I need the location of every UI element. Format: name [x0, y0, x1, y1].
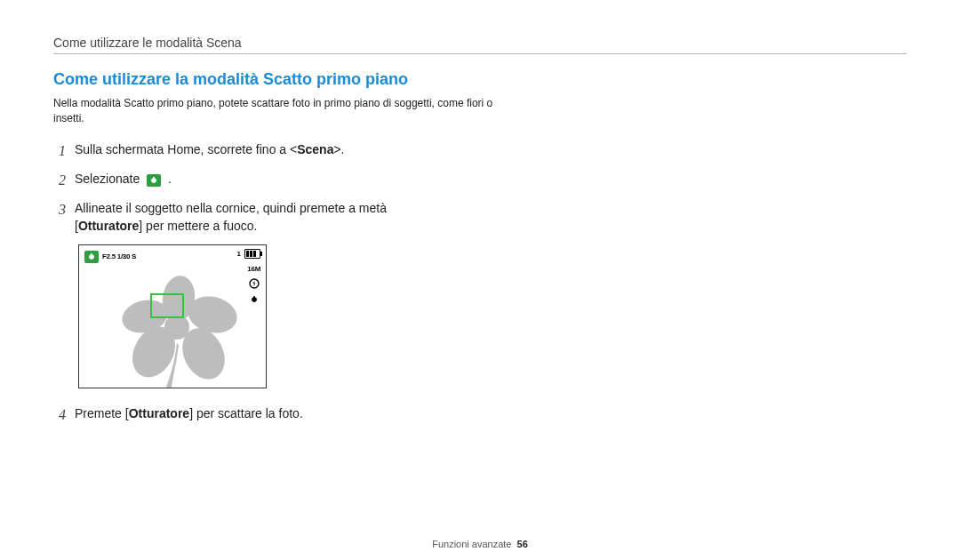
step-1: 1 Sulla schermata Home, scorrete fino a …: [53, 140, 604, 161]
step-number: 3: [53, 199, 66, 220]
step-number: 1: [53, 140, 66, 161]
page-footer: Funzioni avanzate 56: [0, 539, 960, 549]
step-2-text: Selezionate .: [75, 170, 172, 188]
steps-list-continued: 4 Premete [Otturatore] per scattare la f…: [53, 404, 604, 425]
battery-icon: [244, 249, 260, 259]
step-number: 4: [53, 404, 66, 425]
step-3: 3 Allineate il soggetto nella cornice, q…: [53, 199, 604, 236]
steps-list: 1 Sulla schermata Home, scorrete fino a …: [53, 140, 604, 236]
step-4-text: Premete [Otturatore] per scattare la fot…: [75, 404, 303, 422]
exposure-info: F2.5 1/30 S: [102, 252, 136, 260]
svg-point-6: [164, 315, 189, 340]
flower-subject: [115, 272, 239, 388]
page-number: 56: [517, 539, 528, 549]
step-number: 2: [53, 170, 66, 190]
step-3-text: Allineate il soggetto nella cornice, qui…: [75, 199, 387, 236]
footer-label: Funzioni avanzate: [432, 539, 511, 549]
shot-count: 1: [237, 250, 241, 258]
camera-preview: F2.5 1/30 S 1 16M: [78, 244, 267, 388]
divider: [53, 53, 907, 54]
flash-icon: [249, 278, 260, 289]
step-2: 2 Selezionate .: [53, 170, 604, 190]
focus-frame: [150, 293, 184, 318]
breadcrumb: Come utilizzare le modalità Scena: [53, 36, 907, 50]
step-4: 4 Premete [Otturatore] per scattare la f…: [53, 404, 604, 425]
closeup-mode-icon: [147, 174, 161, 187]
closeup-mode-icon: [84, 251, 99, 263]
resolution-indicator: 16M: [247, 265, 260, 273]
section-intro: Nella modalità Scatto primo piano, potet…: [53, 96, 516, 126]
section-title: Come utilizzare la modalità Scatto primo…: [53, 70, 907, 89]
step-1-text: Sulla schermata Home, scorrete fino a <S…: [75, 140, 345, 158]
macro-icon: [249, 294, 260, 305]
